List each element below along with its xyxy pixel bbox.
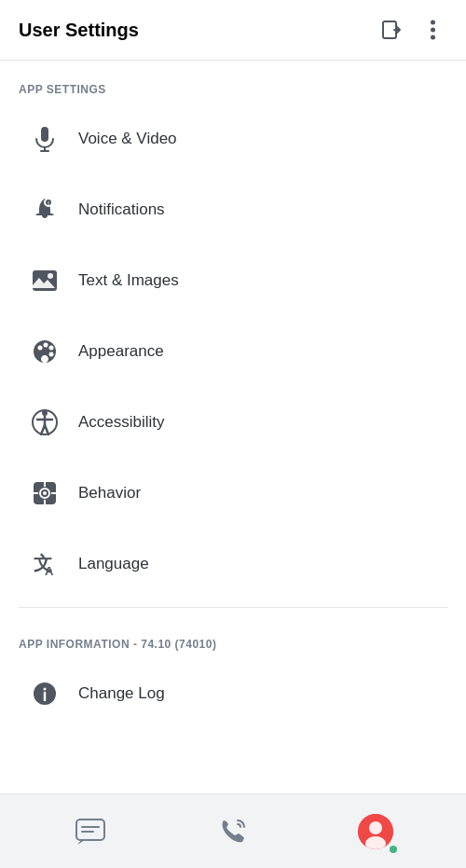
language-icon: 文 A bbox=[26, 545, 63, 583]
palette-icon bbox=[26, 333, 63, 370]
svg-point-33 bbox=[44, 688, 47, 691]
svg-point-2 bbox=[431, 28, 435, 33]
sidebar-item-behavior[interactable]: Behavior bbox=[7, 458, 459, 529]
notifications-label: Notifications bbox=[78, 200, 165, 219]
app-settings-label: APP SETTINGS bbox=[0, 61, 466, 103]
svg-point-39 bbox=[369, 821, 382, 834]
app-settings-section: APP SETTINGS Voice & Video ! Notificatio… bbox=[0, 61, 466, 599]
online-status-dot bbox=[388, 844, 399, 855]
app-info-label: APP INFORMATION - 74.10 (74010) bbox=[0, 615, 466, 658]
language-label: Language bbox=[78, 555, 149, 573]
section-divider bbox=[19, 607, 447, 608]
app-info-section: APP INFORMATION - 74.10 (74010) Change L… bbox=[0, 615, 466, 729]
svg-point-11 bbox=[48, 273, 53, 279]
nav-profile[interactable] bbox=[352, 808, 399, 855]
change-log-label: Change Log bbox=[78, 684, 165, 703]
svg-text:!: ! bbox=[48, 200, 49, 206]
bottom-navigation bbox=[0, 793, 466, 868]
svg-rect-35 bbox=[76, 820, 104, 840]
chat-icon bbox=[75, 819, 105, 845]
sidebar-item-text-images[interactable]: Text & Images bbox=[7, 245, 459, 316]
svg-rect-4 bbox=[41, 127, 48, 142]
svg-line-21 bbox=[45, 425, 48, 434]
microphone-icon bbox=[26, 120, 63, 158]
voice-video-label: Voice & Video bbox=[78, 130, 177, 148]
calls-icon bbox=[219, 818, 247, 846]
svg-point-13 bbox=[38, 346, 43, 351]
more-options-icon[interactable] bbox=[418, 15, 447, 45]
login-icon[interactable] bbox=[377, 15, 406, 45]
svg-point-15 bbox=[49, 346, 54, 351]
sidebar-item-appearance[interactable]: Appearance bbox=[7, 316, 459, 387]
svg-point-3 bbox=[431, 35, 435, 40]
svg-point-25 bbox=[43, 491, 47, 495]
svg-point-7 bbox=[44, 149, 46, 151]
profile-avatar bbox=[358, 814, 393, 849]
nav-calls[interactable] bbox=[210, 808, 256, 855]
svg-point-1 bbox=[431, 21, 435, 25]
sidebar-item-notifications[interactable]: ! Notifications bbox=[7, 174, 459, 245]
image-icon bbox=[26, 262, 63, 299]
sidebar-item-change-log[interactable]: Change Log bbox=[7, 658, 459, 729]
info-icon bbox=[26, 675, 63, 712]
behavior-label: Behavior bbox=[78, 484, 141, 503]
behavior-icon bbox=[26, 475, 63, 512]
sidebar-item-language[interactable]: 文 A Language bbox=[7, 529, 459, 599]
svg-text:A: A bbox=[45, 564, 54, 577]
accessibility-label: Accessibility bbox=[78, 413, 165, 432]
text-images-label: Text & Images bbox=[78, 271, 179, 290]
page-title: User Settings bbox=[19, 20, 139, 41]
bell-icon: ! bbox=[26, 191, 63, 228]
svg-point-14 bbox=[44, 343, 48, 348]
sidebar-item-voice-video[interactable]: Voice & Video bbox=[7, 103, 459, 174]
nav-chat[interactable] bbox=[67, 808, 114, 855]
appearance-label: Appearance bbox=[78, 342, 164, 361]
accessibility-icon bbox=[26, 404, 63, 441]
svg-point-16 bbox=[49, 352, 54, 357]
header-actions bbox=[377, 15, 447, 45]
header: User Settings bbox=[0, 0, 466, 61]
sidebar-item-accessibility[interactable]: Accessibility bbox=[7, 387, 459, 458]
